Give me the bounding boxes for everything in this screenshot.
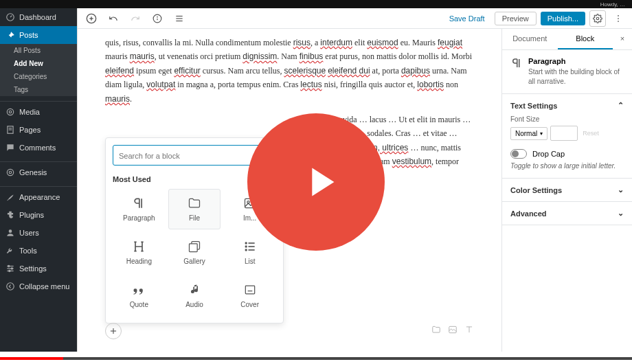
svg-point-27: [618, 18, 619, 19]
sidebar-item-label: Comments: [19, 144, 56, 152]
tab-document[interactable]: Document: [502, 29, 558, 49]
paragraph-icon: [510, 57, 523, 69]
paragraph-block[interactable]: quis, risus, convallis la mi. Nulla cond…: [98, 36, 481, 106]
block-option-file[interactable]: File: [168, 189, 221, 229]
chevron-down-icon: ⌄: [618, 209, 624, 218]
sidebar-item-label: Add New: [14, 60, 43, 67]
block-option-gallery[interactable]: Gallery: [168, 232, 221, 273]
sidebar-item-tags[interactable]: Tags: [0, 83, 77, 96]
sidebar-item-label: Media: [19, 108, 40, 116]
block-option-quote[interactable]: Quote: [113, 275, 166, 316]
svg-point-36: [245, 246, 247, 247]
redo-button[interactable]: [127, 10, 144, 27]
browser-chrome: Howdy, …: [0, 0, 632, 8]
sidebar-item-genesis[interactable]: Genesis: [0, 163, 77, 181]
video-play-button[interactable]: [247, 113, 385, 251]
block-option-audio[interactable]: Audio: [168, 275, 221, 316]
block-option-label: Paragraph: [123, 214, 155, 222]
add-block-button[interactable]: [83, 10, 100, 27]
media-icon: [5, 107, 15, 117]
sidebar-item-appearance[interactable]: Appearance: [0, 188, 77, 206]
save-draft-button[interactable]: Save Draft: [444, 12, 490, 25]
block-option-label: Heading: [126, 258, 152, 265]
add-block-inline-button[interactable]: [105, 323, 122, 339]
sidebar-item-users[interactable]: Users: [0, 224, 77, 242]
svg-point-26: [618, 15, 619, 16]
video-progress-bar[interactable]: [0, 357, 632, 360]
genesis-icon: [5, 168, 15, 177]
preview-button[interactable]: Preview: [495, 12, 537, 25]
sidebar-item-label: Plugins: [19, 211, 44, 219]
drop-cap-label: Drop Cap: [532, 150, 565, 158]
sidebar-item-all-posts[interactable]: All Posts: [0, 44, 77, 57]
sidebar-item-settings[interactable]: Settings: [0, 260, 77, 277]
block-option-list[interactable]: List: [223, 232, 276, 273]
sidebar-item-label: Genesis: [19, 168, 47, 177]
text-settings-toggle[interactable]: Text Settings ⌃: [510, 101, 624, 110]
svg-point-37: [245, 249, 247, 251]
tab-block[interactable]: Block: [558, 29, 613, 49]
svg-point-12: [8, 265, 10, 266]
sidebar-item-label: Pages: [19, 126, 41, 134]
block-option-paragraph[interactable]: Paragraph: [113, 189, 166, 229]
dashboard-icon: [5, 12, 15, 22]
image-icon[interactable]: [448, 325, 458, 334]
sidebar-item-plugins[interactable]: Plugins: [0, 206, 77, 224]
block-option-cover[interactable]: Cover: [223, 275, 276, 316]
sidebar-item-posts[interactable]: Posts: [0, 26, 77, 44]
sidebar-item-categories[interactable]: Categories: [0, 70, 77, 83]
svg-point-14: [9, 270, 10, 271]
editor-toolbar: Save Draft Preview Publish...: [78, 8, 632, 29]
sidebar-item-tools[interactable]: Tools: [0, 242, 77, 260]
close-panel-button[interactable]: ×: [613, 29, 632, 49]
more-menu-button[interactable]: [610, 10, 627, 27]
settings-gear-button[interactable]: [589, 10, 606, 27]
info-button[interactable]: [149, 10, 166, 27]
svg-point-35: [245, 242, 247, 244]
page-icon: [5, 125, 15, 135]
svg-point-6: [7, 169, 13, 175]
svg-point-13: [11, 268, 12, 269]
brush-icon: [5, 192, 15, 202]
font-size-select[interactable]: Normal ▾: [510, 127, 548, 140]
plugin-icon: [5, 210, 15, 220]
sidebar-item-dashboard[interactable]: Dashboard: [0, 8, 77, 26]
svg-point-28: [618, 21, 619, 22]
advanced-toggle[interactable]: Advanced ⌄: [510, 209, 624, 218]
pin-icon: [5, 30, 15, 40]
font-size-number-input[interactable]: [550, 126, 578, 141]
quote-icon: [132, 283, 146, 297]
svg-point-15: [7, 283, 14, 291]
block-option-heading[interactable]: Heading: [113, 232, 166, 273]
admin-sidebar: DashboardPostsAll PostsAdd NewCategories…: [0, 8, 77, 352]
list-icon: [243, 240, 257, 253]
comment-icon: [5, 143, 15, 152]
sidebar-item-comments[interactable]: Comments: [0, 139, 77, 157]
drop-cap-toggle[interactable]: [510, 149, 527, 159]
block-option-label: File: [189, 214, 200, 222]
sliders-icon: [5, 264, 15, 273]
color-settings-toggle[interactable]: Color Settings ⌄: [510, 185, 624, 194]
svg-point-25: [596, 17, 599, 20]
font-size-reset-button[interactable]: Reset: [580, 128, 601, 139]
chevron-up-icon: ⌃: [618, 101, 624, 110]
text-icon[interactable]: [464, 325, 474, 334]
inline-block-toolbar: [431, 325, 474, 334]
outline-button[interactable]: [171, 10, 188, 27]
folder-icon[interactable]: [431, 325, 441, 334]
block-option-label: Cover: [240, 301, 259, 308]
sidebar-item-collapse-menu[interactable]: Collapse menu: [0, 277, 77, 295]
audio-icon: [188, 283, 201, 297]
sidebar-item-add-new[interactable]: Add New: [0, 57, 77, 70]
collapse-icon: [5, 282, 15, 291]
publish-button[interactable]: Publish...: [541, 12, 585, 25]
block-option-label: Quote: [130, 301, 148, 308]
sidebar-item-media[interactable]: Media: [0, 103, 77, 121]
svg-point-1: [9, 111, 12, 113]
sidebar-item-pages[interactable]: Pages: [0, 121, 77, 139]
svg-point-21: [157, 16, 158, 17]
user-icon: [5, 228, 15, 238]
sidebar-item-label: Appearance: [19, 193, 60, 201]
sidebar-item-label: All Posts: [14, 47, 41, 54]
undo-button[interactable]: [105, 10, 122, 27]
